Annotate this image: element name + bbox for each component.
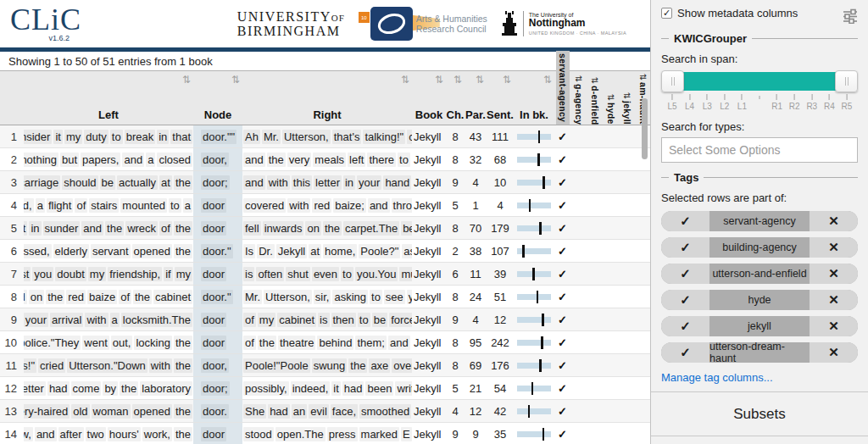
word-token[interactable]: on (305, 221, 320, 236)
sort-icon[interactable]: ⇅ (638, 74, 647, 80)
word-token[interactable]: the (348, 358, 367, 373)
sort-icon[interactable]: ⇅ (503, 74, 511, 86)
word-token[interactable]: swung (312, 358, 348, 373)
word-token[interactable]: Jekyll (276, 244, 308, 258)
word-token[interactable]: and (243, 153, 265, 167)
concordance-row[interactable]: 11Hyde's!"criedUtterson."Downwiththedoor… (0, 354, 650, 377)
col-right-header[interactable]: ⇅ Right (242, 71, 412, 125)
sort-icon[interactable]: ⇅ (401, 74, 409, 86)
word-token[interactable]: door (201, 267, 226, 281)
word-token[interactable]: door (201, 427, 226, 441)
word-token[interactable]: door (201, 198, 226, 213)
word-token[interactable]: Poole?" (359, 244, 400, 258)
tag-remove-button[interactable]: ✕ (810, 264, 858, 284)
word-token[interactable]: Hyde's!" (24, 358, 36, 373)
word-token[interactable]: the (267, 153, 286, 167)
word-token[interactable]: in (157, 130, 169, 144)
tag-apply-button[interactable]: ✓ (661, 342, 709, 363)
sort-icon[interactable]: ⇅ (435, 74, 443, 86)
word-token[interactable]: in (343, 175, 355, 190)
word-token[interactable]: a (36, 198, 45, 213)
span-slider-right-handle[interactable] (835, 70, 858, 92)
word-token[interactable]: old (71, 404, 89, 419)
word-token[interactable]: marked (359, 427, 399, 441)
word-token[interactable]: face, (331, 404, 358, 419)
clic-logo[interactable]: CLiC v1.6.2 (10, 5, 81, 42)
word-token[interactable]: on (29, 290, 44, 304)
word-token[interactable]: break (125, 130, 156, 144)
tag-apply-button[interactable]: ✓ (661, 237, 709, 258)
word-token[interactable]: the (105, 221, 124, 236)
word-token[interactable]: to (341, 267, 353, 281)
word-token[interactable]: cried (38, 358, 65, 373)
word-token[interactable]: actually (117, 175, 158, 190)
word-token[interactable]: door; (201, 381, 230, 396)
column-settings-icon[interactable] (843, 8, 858, 24)
word-token[interactable]: see (384, 290, 405, 304)
word-token[interactable]: door, (201, 358, 229, 373)
word-token[interactable]: E (401, 427, 412, 441)
concordance-row[interactable]: 12bytheletterhadcomebythelaboratorydoor;… (0, 377, 650, 400)
word-token[interactable]: then (331, 313, 356, 327)
concordance-row[interactable]: 10forthepolice."Theywentout,lockingthedo… (0, 331, 650, 354)
word-token[interactable]: be (100, 175, 115, 190)
word-token[interactable]: papers, (81, 153, 120, 167)
show-metadata-label[interactable]: Show metadata columns (677, 7, 798, 19)
word-token[interactable]: had (268, 404, 290, 419)
word-token[interactable]: red (312, 198, 331, 213)
word-token[interactable]: sunder (43, 221, 81, 236)
word-token[interactable]: open.The (275, 427, 326, 441)
word-token[interactable]: a (183, 198, 192, 213)
word-token[interactable]: a (146, 153, 155, 167)
word-token[interactable]: letter (24, 381, 46, 396)
manage-tag-columns-link[interactable]: Manage tag columns... (661, 371, 858, 384)
word-token[interactable]: well-dressed, (24, 244, 52, 258)
word-token[interactable]: asking (332, 290, 368, 304)
word-token[interactable]: carriage (24, 175, 60, 190)
word-token[interactable]: with (287, 198, 310, 213)
word-token[interactable]: flight (47, 198, 73, 213)
sort-icon[interactable]: ⇅ (590, 76, 598, 83)
word-token[interactable]: asked (402, 244, 412, 258)
word-token[interactable]: arrival (50, 313, 83, 327)
word-token[interactable]: and (35, 427, 57, 441)
word-token[interactable]: door (201, 221, 226, 236)
word-token[interactable]: covered (243, 198, 286, 213)
word-token[interactable]: Poole!"Poole (243, 358, 310, 373)
tag-apply-button[interactable]: ✓ (661, 290, 709, 310)
tag-col-header-building-agency[interactable]: ⇅g-agency (570, 71, 587, 125)
word-token[interactable]: Utterson, (282, 130, 331, 144)
word-token[interactable]: and (368, 198, 390, 213)
word-token[interactable]: sir, (314, 290, 331, 304)
concordance-row[interactable]: 1shallconsideritmydutytobreakinthatdoor.… (0, 125, 650, 148)
word-token[interactable]: Utterson, (264, 290, 312, 304)
word-token[interactable]: must (24, 267, 31, 281)
word-token[interactable]: that's (332, 130, 362, 144)
sort-icon[interactable]: ⇅ (453, 74, 462, 86)
word-token[interactable]: friendship, (108, 267, 162, 281)
word-token[interactable]: stood (243, 427, 274, 441)
word-token[interactable]: must (399, 267, 412, 281)
word-token[interactable]: to (370, 290, 382, 304)
sort-icon[interactable]: ⇅ (574, 75, 582, 81)
word-token[interactable]: door. (201, 404, 229, 419)
sort-icon[interactable]: ⇅ (182, 74, 191, 86)
word-token[interactable]: over (392, 358, 412, 373)
word-token[interactable]: Is (243, 244, 255, 258)
word-token[interactable]: hand (383, 175, 411, 190)
word-token[interactable]: and (243, 175, 265, 190)
word-token[interactable]: laboratory (140, 381, 192, 396)
word-token[interactable]: door; (201, 175, 230, 190)
word-token[interactable]: an (292, 404, 307, 419)
word-token[interactable]: forced: (389, 313, 412, 327)
col-left-header[interactable]: ⇅ Left (24, 71, 193, 125)
word-token[interactable]: door."" (201, 130, 236, 144)
word-token[interactable]: baize (87, 290, 117, 304)
word-token[interactable]: my (175, 267, 192, 281)
word-token[interactable]: mounted (120, 198, 167, 213)
word-token[interactable]: a (110, 313, 120, 327)
word-token[interactable]: home, (323, 244, 357, 258)
word-token[interactable]: burst (24, 221, 27, 236)
word-token[interactable]: door (201, 313, 226, 327)
word-token[interactable]: doubt (55, 267, 86, 281)
